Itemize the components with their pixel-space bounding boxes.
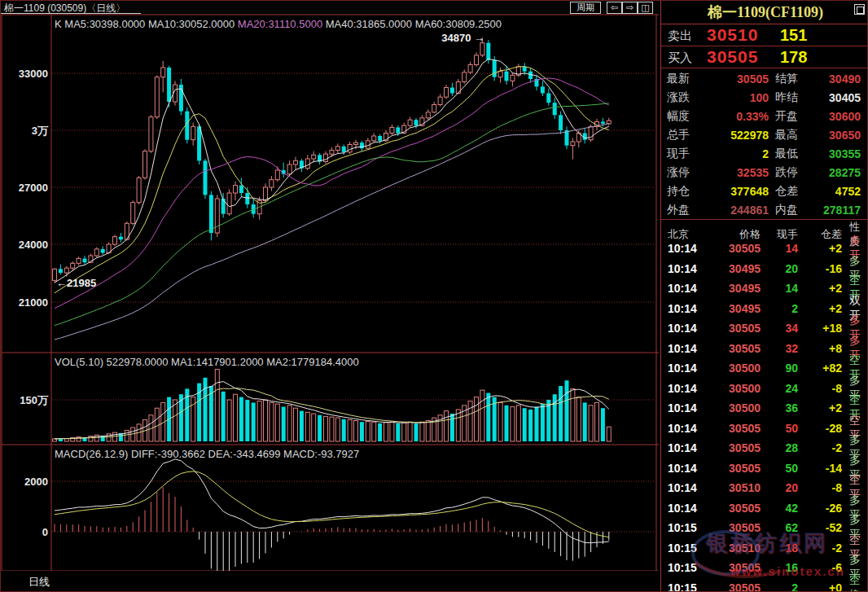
time-axis-bar: 日线: [1, 571, 660, 592]
bid-label: 买入: [668, 50, 692, 66]
quote-label: 开盘: [769, 109, 809, 124]
indicator-header-segment: MA20:31110.5000: [238, 18, 326, 30]
tick-price: 30505: [702, 581, 761, 592]
indicator-header-segment: MA40:31865.0000: [326, 18, 415, 30]
tape-row: 10:14 30495 14 +2 空开: [661, 274, 868, 294]
quote-grid: 最新 30505 结算 30490涨跌 100 昨结 30405幅度 0.33%…: [661, 69, 868, 219]
quote-value: 30600: [809, 110, 865, 123]
tape-row: 10:14 30505 34 +18 多开: [661, 314, 868, 334]
quote-label: 跌停: [769, 165, 809, 180]
restore-window-icon[interactable]: [854, 4, 865, 15]
volume-indicator-header: VOL(5.10) 522978.0000 MA1:1417901.2000 M…: [55, 356, 359, 368]
macd-indicator-header: MACD(26.12.9) DIFF:-390.3662 DEA:-343.46…: [55, 448, 359, 460]
quote-row: 外盘 244861 内盘 278117: [661, 200, 868, 219]
ask-row: 卖出 30510 151: [661, 24, 868, 46]
tape-row: 10:14 30495 2 +2 双开: [661, 294, 868, 314]
quote-value: 278117: [809, 204, 865, 217]
quote-label: 外盘: [661, 203, 697, 217]
quote-value: 522978: [697, 129, 769, 142]
tape-row: 10:14 30500 36 +2 空开: [661, 393, 868, 414]
contract-title: 棉一1109(CF1109): [661, 1, 868, 24]
ask-qty: 151: [780, 26, 807, 45]
tape-row: 10:14 30505 32 +8 多开: [661, 334, 868, 354]
svg-text:27000: 27000: [19, 182, 48, 194]
tape-row: 10:14 30495 20 -16 多平: [661, 254, 868, 274]
quote-label: 昨结: [769, 90, 809, 105]
indicator-header-segment: MA5:30398.0000: [64, 18, 148, 30]
quote-value: 32535: [697, 166, 769, 179]
kline-indicator-header: K MA5:30398.0000 MA10:30052.0000 MA20:31…: [55, 18, 502, 30]
quote-label: 内盘: [769, 203, 809, 217]
quote-label: 仓差: [769, 184, 809, 199]
quote-value: 30505: [697, 72, 769, 86]
quote-row: 涨跌 100 昨结 30405: [661, 88, 868, 107]
svg-text:24000: 24000: [19, 239, 48, 251]
quote-value: 244861: [697, 204, 769, 217]
ask-price: 30510: [707, 25, 758, 45]
quote-value: 100: [697, 91, 769, 104]
tape-row: 10:14 30505 50 -28 空平: [661, 414, 868, 434]
tape-row: 10:15 30505 16 -6 多平: [661, 553, 868, 573]
quote-row: 持仓 377648 仓差 4752: [661, 182, 868, 200]
tape-row: 10:14 30505 50 -14 多平: [661, 454, 868, 474]
tick-time: 10:15: [661, 581, 702, 592]
quote-value: 28275: [809, 166, 865, 179]
quote-value: 30355: [809, 147, 865, 160]
period-label: 日线: [28, 575, 50, 590]
quote-row: 幅度 0.33% 开盘 30600: [661, 107, 868, 125]
quote-label: 最低: [769, 147, 809, 161]
quote-row: 现手 2 最低 30355: [661, 144, 868, 163]
svg-text:2000: 2000: [24, 476, 48, 488]
quote-label: 涨跌: [661, 90, 697, 105]
bid-row: 买入 30505 178: [661, 46, 868, 68]
quote-row: 总手 522978 最高 30650: [661, 125, 868, 144]
bid-price: 30505: [707, 47, 758, 67]
svg-text:150万: 150万: [20, 394, 49, 406]
tape-row: 10:14 30510 20 -8 空平: [661, 473, 868, 493]
quote-label: 最高: [769, 128, 809, 143]
quote-row: 最新 30505 结算 30490: [661, 69, 868, 88]
tape-row: 10:14 30500 24 -8 多平: [661, 374, 868, 394]
tick-oi-change: +0: [798, 581, 842, 592]
bid-qty: 178: [780, 48, 807, 67]
ask-label: 卖出: [668, 29, 692, 44]
quote-label: 现手: [661, 147, 697, 161]
quote-value: 377648: [697, 185, 769, 198]
svg-text:21000: 21000: [19, 296, 48, 309]
tape-row: 10:14 30505 14 +2 多开: [661, 234, 868, 254]
quote-label: 最新: [661, 72, 697, 86]
tape-row: 10:14 30500 90 +82 空开: [661, 353, 868, 374]
svg-text:←21985: ←21985: [56, 277, 96, 289]
quote-value: 30490: [809, 72, 865, 86]
indicator-header-segment: MA60:30809.2500: [415, 18, 502, 30]
svg-text:33000: 33000: [19, 68, 48, 80]
quote-label: 持仓: [661, 184, 697, 199]
tick-nature: 空换: [842, 573, 868, 592]
quote-label: 结算: [769, 72, 809, 86]
svg-text:34870 →: 34870 →: [441, 32, 484, 44]
tape-table[interactable]: 10:14 30505 14 +2 多开10:14 30495 20 -16 多…: [661, 234, 868, 592]
quote-value: 2: [697, 147, 769, 160]
quote-panel: 棉一1109(CF1109) 卖出 30510 151 买入 30505 178…: [660, 1, 868, 592]
kline-chart[interactable]: 330003万270002400021000150万20000201010111…: [1, 1, 660, 592]
quote-value: 4752: [809, 185, 865, 198]
tape-row: 10:15 30505 62 -52 多平: [661, 513, 868, 533]
quote-value: 30405: [809, 91, 865, 104]
tape-row: 10:15 30510 18 -2 空平: [661, 533, 868, 554]
tick-lots: 2: [761, 581, 798, 592]
svg-text:0: 0: [42, 526, 48, 538]
tape-row: 10:15 30505 2 +0 空换: [661, 573, 868, 592]
quote-label: 总手: [661, 128, 697, 143]
quote-value: 0.33%: [697, 110, 769, 123]
quote-row: 涨停 32535 跌停 28275: [661, 163, 868, 182]
tape-header: 北京 价格 现手 仓差 性质: [661, 219, 868, 234]
svg-text:3万: 3万: [32, 125, 49, 137]
tape-row: 10:14 30505 42 -26 多平: [661, 493, 868, 514]
app-window: 棉一1109 (030509)〈日线〉 周期 ⇦ ⇨ ◫ 330003万2700…: [0, 0, 868, 592]
quote-value: 30650: [809, 129, 865, 142]
quote-label: 幅度: [661, 109, 697, 124]
indicator-header-segment: MA10:30052.0000: [148, 18, 238, 30]
quote-label: 涨停: [661, 165, 697, 180]
indicator-header-segment: K: [55, 18, 64, 30]
tape-row: 10:14 30505 28 -2 多平: [661, 433, 868, 454]
